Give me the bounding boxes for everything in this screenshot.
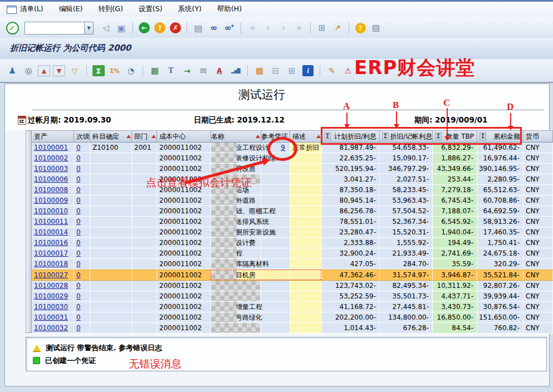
table-row[interactable]: 1010003102000011002号路绿化202,200.00-134,80… xyxy=(32,312,553,323)
cell-sub[interactable]: 0 xyxy=(74,217,90,227)
cell-sub[interactable]: 0 xyxy=(74,185,90,195)
cell-asset[interactable]: 10100008 xyxy=(32,185,74,195)
exit-icon[interactable]: ↑ xyxy=(153,22,167,34)
cell-asset[interactable]: 10100016 xyxy=(32,238,74,248)
cell-sub[interactable]: 0 xyxy=(74,248,90,258)
customize-layout-icon[interactable]: ▨ xyxy=(369,22,383,34)
enter-icon[interactable]: ✓ xyxy=(6,22,19,34)
column-header-acct[interactable]: 科目确定 xyxy=(90,131,132,142)
menu-item[interactable]: 设置(S) xyxy=(139,4,163,14)
cell-sub[interactable]: 0 xyxy=(74,206,90,216)
column-header-desc[interactable]: 描述 xyxy=(290,131,322,142)
local-file-icon[interactable]: → xyxy=(180,65,194,77)
cell-sub[interactable]: 0 xyxy=(74,195,90,205)
table-row[interactable]: 1010001702000011002程32,900.24-21,933.49-… xyxy=(32,248,553,259)
cell-asset[interactable]: 10100002 xyxy=(32,153,74,163)
excel-export-icon[interactable]: ▦ xyxy=(148,65,162,77)
change-layout-icon[interactable]: ⊟ xyxy=(269,65,282,77)
cell-asset[interactable]: 10100001 xyxy=(32,143,74,153)
cell-sub[interactable]: 0 xyxy=(74,281,90,291)
column-header-sub[interactable]: 次级 xyxy=(74,131,90,142)
cell-sub[interactable]: 0 xyxy=(74,270,90,280)
graphics-icon[interactable]: ▂▅█ xyxy=(229,65,242,77)
table-row[interactable]: 1010000302000011002房改造520,195.94-346,797… xyxy=(32,164,553,174)
sort-ascending-icon[interactable]: ▲ xyxy=(38,65,50,76)
previous-page-icon[interactable]: ‹ xyxy=(261,22,275,34)
cell-asset[interactable]: 10100009 xyxy=(32,195,74,205)
cell-asset[interactable]: 10100010 xyxy=(32,206,74,216)
subtotal-icon[interactable]: Σ% xyxy=(108,65,121,77)
create-shortcut-icon[interactable]: ↗ xyxy=(331,22,344,34)
command-field[interactable] xyxy=(25,22,84,35)
mail-icon[interactable]: ✉ xyxy=(197,65,210,77)
cell-sub[interactable]: 0 xyxy=(74,312,90,322)
display-currency-icon[interactable]: ◔ xyxy=(124,65,138,77)
chevron-down-icon[interactable]: ▼ xyxy=(84,22,94,35)
filter-icon[interactable]: ▽ xyxy=(68,65,81,77)
cell-asset[interactable]: 10100018 xyxy=(32,259,74,269)
cancel-icon[interactable]: ✗ xyxy=(169,22,182,34)
column-header-asset[interactable]: 资产 xyxy=(32,131,74,142)
menu-item[interactable]: 转到(G) xyxy=(98,4,123,14)
cell-sub[interactable]: 0 xyxy=(74,164,90,174)
back-triangle-icon[interactable]: ◁ xyxy=(99,22,112,34)
table-row[interactable]: 1010001402000011002厕所安装设施23,280.47-15,52… xyxy=(32,227,553,238)
table-row[interactable]: 10100032020000110021,014.43-676.28-84.54… xyxy=(32,323,553,334)
menu-item[interactable]: 系统(Y) xyxy=(178,4,202,14)
find-next-icon[interactable]: ∞ xyxy=(223,22,236,34)
table-row[interactable]: 10100006020000110023,041.27-2,027.51-253… xyxy=(32,174,553,185)
cell-sub[interactable]: 0 xyxy=(74,323,90,333)
menu-item[interactable]: 帮助(H) xyxy=(217,4,242,14)
cell-asset[interactable]: 10100032 xyxy=(32,323,74,333)
cell-sub[interactable]: 0 xyxy=(74,259,90,269)
sum-icon[interactable]: Σ xyxy=(92,65,105,77)
cell-asset[interactable]: 10100017 xyxy=(32,248,74,258)
next-page-icon[interactable]: › xyxy=(277,22,290,34)
warning-log-icon[interactable]: ⚠ xyxy=(341,65,355,77)
column-header-curr[interactable]: 货币 xyxy=(523,131,553,142)
cell-asset[interactable]: 10100006 xyxy=(32,174,74,184)
sort-descending-icon[interactable]: ▼ xyxy=(53,65,65,76)
table-row[interactable]: 1010001002000011002础、雨棚工程86,256.78-57,50… xyxy=(32,206,553,217)
cell-asset[interactable]: 10100030 xyxy=(32,302,74,312)
back-icon[interactable]: ← xyxy=(138,22,151,34)
cell-asset[interactable]: 10100028 xyxy=(32,281,74,291)
save-layout-icon[interactable]: ⊞ xyxy=(285,65,298,77)
word-processing-icon[interactable]: T xyxy=(164,65,178,77)
cell-sub[interactable]: 0 xyxy=(74,143,90,153)
asset-details-icon[interactable]: ♟ xyxy=(6,65,19,77)
cell-sub[interactable]: 0 xyxy=(74,174,90,184)
cell-asset[interactable]: 10100031 xyxy=(32,312,74,322)
table-row[interactable]: 1010001802000011002库隔离材料427.05-284.70-35… xyxy=(32,259,553,270)
column-header-name[interactable]: 名称 xyxy=(211,131,261,142)
info-icon[interactable]: i xyxy=(301,65,315,77)
cell-sub[interactable]: 0 xyxy=(74,302,90,312)
table-row[interactable]: 1010002802000011002123,743.02-82,495.34-… xyxy=(32,281,553,291)
table-row[interactable]: 101000290200001100253,252.59-35,501.73-4… xyxy=(32,291,553,302)
system-menu-icon[interactable] xyxy=(7,6,17,14)
first-page-icon[interactable]: « xyxy=(246,22,259,34)
cell-asset[interactable]: 10100029 xyxy=(32,291,74,301)
last-page-icon[interactable]: » xyxy=(292,22,306,34)
cell-asset[interactable]: 10100027 xyxy=(32,270,74,280)
table-row[interactable]: 1010000902000011002外道路80,945.14-53,963.4… xyxy=(32,195,553,206)
help-icon[interactable]: ? xyxy=(354,22,367,34)
find-icon[interactable]: ∞ xyxy=(207,22,221,34)
cell-sub[interactable]: 0 xyxy=(74,227,90,237)
table-row[interactable]: 1010000802000011002运场87,350.18-58,233.45… xyxy=(32,185,553,195)
table-row[interactable]: 1010001602000011002设计费2,333.88-1,555.92-… xyxy=(32,238,553,248)
column-header-dept[interactable]: 部门 xyxy=(132,131,157,142)
new-session-icon[interactable]: ⊞ xyxy=(315,22,329,34)
menu-item[interactable]: 编辑(E) xyxy=(59,4,83,14)
table-row[interactable]: 1010003002000011002增量工程41,168.72-27,445.… xyxy=(32,302,553,312)
cell-sub[interactable]: 0 xyxy=(74,153,90,163)
menu-item[interactable]: 清单(L) xyxy=(20,4,43,14)
print-icon[interactable]: ▤ xyxy=(192,22,205,34)
save-icon[interactable]: ▣ xyxy=(115,22,128,34)
cell-asset[interactable]: 10100003 xyxy=(32,164,74,174)
choose-layout-icon[interactable]: ▩ xyxy=(253,65,266,77)
cell-asset[interactable]: 10100014 xyxy=(32,227,74,237)
display-magnifier-icon[interactable]: ◎ xyxy=(22,65,35,77)
cell-sub[interactable]: 0 xyxy=(74,291,90,301)
cell-sub[interactable]: 0 xyxy=(74,238,90,248)
